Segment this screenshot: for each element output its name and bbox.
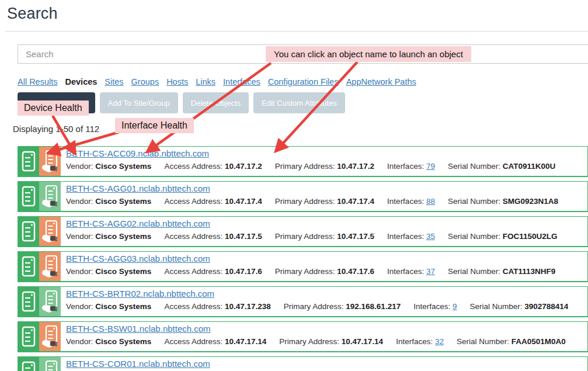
results-count: Displaying 1-50 of 112 <box>13 124 99 134</box>
serial-number-value: 3902788414 <box>524 302 568 311</box>
device-details: Vendor: Cisco Systems Access Address: 10… <box>66 337 566 346</box>
interfaces-label: Interfaces: <box>396 337 433 346</box>
access-address-value: 10.47.17.4 <box>225 197 262 206</box>
device-row-body: BETH-CS-BSW01.nclab.nbttech.com Vendor: … <box>61 322 566 351</box>
interface-health-icon[interactable] <box>39 357 61 371</box>
server-rack-glyph <box>22 151 36 172</box>
server-hand-plug-glyph <box>41 255 59 278</box>
page-title: Search <box>7 5 58 23</box>
add-to-site-group-button[interactable]: Add To Site/Group <box>100 92 178 113</box>
device-name-link[interactable]: BETH-CS-COR01.nclab.nbttech.com <box>66 359 210 369</box>
vendor-value: Cisco Systems <box>95 162 151 171</box>
tab-all-results[interactable]: All Results <box>18 77 58 86</box>
access-address-label: Access Address: <box>164 267 222 276</box>
device-health-icon[interactable] <box>18 217 39 246</box>
server-rack-glyph <box>22 186 36 207</box>
server-rack-glyph <box>22 326 36 347</box>
primary-address-label: Primary Address: <box>275 267 335 276</box>
tab-configuration-files[interactable]: Configuration Files <box>268 77 339 86</box>
device-row: BETH-CS-AGG02.nclab.nbttech.com Vendor: … <box>18 216 588 247</box>
interface-health-icon[interactable] <box>39 147 61 176</box>
vendor-value: Cisco Systems <box>95 337 151 346</box>
server-rack-glyph <box>22 221 36 242</box>
interfaces-count-link[interactable]: 79 <box>426 162 435 171</box>
device-row-body: BETH-CS-AGG03.nclab.nbttech.com Vendor: … <box>61 252 555 281</box>
device-health-icon[interactable] <box>18 182 39 211</box>
interface-health-icon[interactable] <box>39 182 61 211</box>
access-address-value: 10.47.17.5 <box>225 232 262 241</box>
device-row: BETH-CS-BRTR02.nclab.nbttech.com Vendor:… <box>18 286 588 317</box>
server-hand-plug-glyph <box>41 220 59 243</box>
device-health-callout: Device Health <box>18 100 89 116</box>
vendor-value: Cisco Systems <box>95 302 151 311</box>
device-health-icon[interactable] <box>18 252 39 281</box>
device-name-link[interactable]: BETH-CS-AGG01.nclab.nbttech.com <box>66 183 210 193</box>
serial-number-label: Serial Number: <box>457 337 509 346</box>
device-name-link[interactable]: BETH-CS-ACC09.nclab.nbttech.com <box>66 148 209 158</box>
interface-health-icon[interactable] <box>39 322 61 351</box>
access-address-value: 10.47.17.6 <box>225 267 262 276</box>
primary-address-value: 10.47.17.5 <box>337 232 374 241</box>
device-name-link[interactable]: BETH-CS-BRTR02.nclab.nbttech.com <box>66 289 214 299</box>
access-address-label: Access Address: <box>164 232 222 241</box>
device-health-icon[interactable] <box>18 147 39 176</box>
vendor-value: Cisco Systems <box>95 197 151 206</box>
primary-address-value: 10.47.17.6 <box>337 267 374 276</box>
serial-number-label: Serial Number: <box>469 302 522 311</box>
device-details: Vendor: Cisco Systems Access Address: 10… <box>66 197 558 206</box>
tab-appnetwork-paths[interactable]: AppNetwork Paths <box>346 77 416 86</box>
serial-number-label: Serial Number: <box>448 267 500 276</box>
device-row-body: BETH-CS-COR01.nclab.nbttech.com Vendor: … <box>61 357 352 371</box>
device-name-link[interactable]: BETH-CS-AGG02.nclab.nbttech.com <box>66 219 210 228</box>
device-health-icon[interactable] <box>18 357 39 371</box>
interfaces-label: Interfaces: <box>387 232 424 241</box>
device-name-link[interactable]: BETH-CS-BSW01.nclab.nbttech.com <box>66 324 211 334</box>
edit-custom-attributes-button[interactable]: Edit Custom Attributes <box>253 92 345 113</box>
device-health-icon[interactable] <box>18 322 39 351</box>
server-hand-plug-glyph <box>41 290 59 313</box>
vendor-label: Vendor: <box>66 162 93 171</box>
interfaces-count-link[interactable]: 37 <box>426 267 435 276</box>
interfaces-label: Interfaces: <box>387 162 424 171</box>
serial-number-value: CAT1113NHF9 <box>503 267 556 276</box>
device-row-body: BETH-CS-ACC09.nclab.nbttech.com Vendor: … <box>61 147 555 176</box>
interfaces-label: Interfaces: <box>387 267 424 276</box>
device-row-body: BETH-CS-AGG01.nclab.nbttech.com Vendor: … <box>61 182 558 211</box>
device-details: Vendor: Cisco Systems Access Address: 10… <box>66 232 558 241</box>
tab-groups[interactable]: Groups <box>131 77 159 86</box>
serial-number-value: FAA0501M0A0 <box>512 337 566 346</box>
interfaces-count-link[interactable]: 32 <box>435 337 444 346</box>
primary-address-value: 10.47.17.2 <box>337 162 374 171</box>
vendor-label: Vendor: <box>66 302 93 311</box>
device-health-icon[interactable] <box>18 287 39 316</box>
server-hand-plug-glyph <box>41 185 59 208</box>
interface-health-icon[interactable] <box>39 252 61 281</box>
primary-address-label: Primary Address: <box>275 162 335 171</box>
vendor-label: Vendor: <box>66 197 93 206</box>
primary-address-label: Primary Address: <box>275 232 335 241</box>
tab-hosts[interactable]: Hosts <box>166 77 188 86</box>
vendor-label: Vendor: <box>66 232 93 241</box>
tab-devices[interactable]: Devices <box>65 77 98 86</box>
result-type-tabs: All ResultsDevicesSitesGroupsHostsLinksI… <box>18 77 416 86</box>
interface-health-icon[interactable] <box>39 217 61 246</box>
server-rack-glyph <box>22 291 36 312</box>
interfaces-count-link[interactable]: 88 <box>426 197 435 206</box>
delete-objects-button[interactable]: Delete Objects <box>183 92 249 113</box>
interfaces-label: Interfaces: <box>413 302 450 311</box>
interfaces-count-link[interactable]: 35 <box>426 232 435 241</box>
vendor-label: Vendor: <box>66 267 93 276</box>
device-name-link[interactable]: BETH-CS-AGG03.nclab.nbttech.com <box>66 254 210 263</box>
tab-interfaces[interactable]: Interfaces <box>223 77 260 86</box>
tab-links[interactable]: Links <box>196 77 215 86</box>
device-details: Vendor: Cisco Systems Access Address: 10… <box>66 267 555 276</box>
device-row: BETH-CS-AGG03.nclab.nbttech.com Vendor: … <box>18 251 588 282</box>
primary-address-value: 10.47.17.4 <box>337 197 374 206</box>
serial-number-value: FOC1150U2LG <box>503 232 558 241</box>
access-address-label: Access Address: <box>164 302 222 311</box>
interfaces-count-link[interactable]: 9 <box>453 302 457 311</box>
interface-health-icon[interactable] <box>39 287 61 316</box>
tab-sites[interactable]: Sites <box>105 77 123 86</box>
serial-number-value: SMG0923N1A8 <box>503 197 558 206</box>
device-results-list: BETH-CS-ACC09.nclab.nbttech.com Vendor: … <box>18 146 588 371</box>
